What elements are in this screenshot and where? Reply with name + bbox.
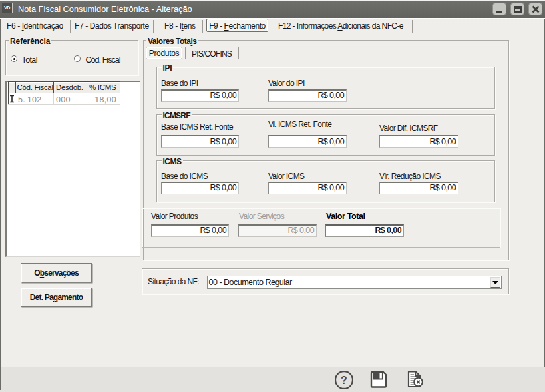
- svg-text:?: ?: [341, 375, 347, 386]
